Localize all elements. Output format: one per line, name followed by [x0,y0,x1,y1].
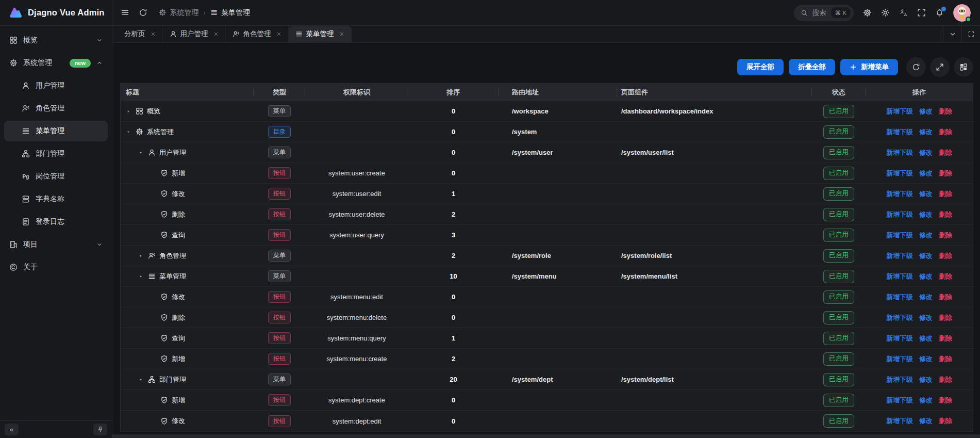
action-edit-link[interactable]: 修改 [919,127,933,137]
sidebar-item-log[interactable]: 登录日志 [4,212,108,232]
tab-analysis[interactable]: 分析页 [118,26,163,42]
action-edit-link[interactable]: 修改 [919,272,933,281]
action-delete-link[interactable]: 删除 [939,127,952,137]
action-delete-link[interactable]: 删除 [939,107,952,116]
action-add-child-link[interactable]: 新增下级 [886,313,913,322]
sidebar-pin-button[interactable] [93,424,107,435]
action-add-child-link[interactable]: 新增下级 [886,189,913,199]
action-add-child-link[interactable]: 新增下级 [886,107,913,116]
table-row: 新增按钮system:dept:create0已启用新增下级修改删除 [121,390,973,411]
action-edit-link[interactable]: 修改 [919,210,933,219]
action-add-child-link[interactable]: 新增下级 [886,251,913,261]
table-columns-button[interactable] [954,57,973,77]
action-edit-link[interactable]: 修改 [919,107,933,116]
action-delete-link[interactable]: 删除 [939,231,952,240]
action-edit-link[interactable]: 修改 [919,293,933,302]
action-add-child-link[interactable]: 新增下级 [886,354,913,364]
content-maximize-button[interactable] [961,26,980,42]
action-delete-link[interactable]: 删除 [939,396,952,405]
table-refresh-button[interactable] [906,57,926,77]
action-edit-link[interactable]: 修改 [919,251,933,261]
tab-close-icon[interactable] [213,31,219,37]
sidebar-item-role[interactable]: 角色管理 [4,98,108,119]
action-add-child-link[interactable]: 新增下级 [886,375,913,384]
expand-all-button[interactable]: 展开全部 [737,59,784,75]
action-add-child-link[interactable]: 新增下级 [886,169,913,178]
sidebar-item-user[interactable]: 用户管理 [4,75,108,96]
tab-close-icon[interactable] [276,31,281,37]
tab-user[interactable]: 用户管理 [163,26,226,42]
action-delete-link[interactable]: 删除 [939,334,952,343]
sidebar-collapse-button[interactable]: « [5,424,19,435]
collapse-row-icon[interactable] [137,150,144,155]
action-edit-link[interactable]: 修改 [919,231,933,240]
action-add-child-link[interactable]: 新增下级 [886,127,913,137]
action-delete-link[interactable]: 删除 [939,416,952,426]
sidebar-item-dept[interactable]: 部门管理 [4,143,108,164]
action-add-child-link[interactable]: 新增下级 [886,416,913,426]
collapse-row-icon[interactable] [137,377,144,382]
action-delete-link[interactable]: 删除 [939,148,952,157]
sidebar-item-system[interactable]: 系统管理new [4,53,108,73]
sidebar-item-about[interactable]: 关于 [4,257,108,278]
sidebar-item-post[interactable]: Pg岗位管理 [4,166,108,187]
sidebar-item-menu[interactable]: 菜单管理 [4,121,108,141]
sidebar-toggle-icon[interactable] [121,8,129,17]
status-badge: 已启用 [823,125,854,139]
action-edit-link[interactable]: 修改 [919,396,933,405]
action-edit-link[interactable]: 修改 [919,354,933,364]
tab-role[interactable]: 角色管理 [226,26,289,42]
collapse-all-button[interactable]: 折叠全部 [789,59,835,75]
sidebar-item-project[interactable]: 项目 [4,234,108,255]
language-icon[interactable]: 文A [899,8,908,17]
tab-close-icon[interactable] [339,31,344,37]
tab-menu[interactable]: 菜单管理 [289,26,352,42]
avatar[interactable] [953,4,971,22]
action-add-child-link[interactable]: 新增下级 [886,148,913,157]
breadcrumb-item[interactable]: 系统管理 [159,8,199,18]
chevron-down-icon[interactable] [96,37,103,43]
action-add-child-link[interactable]: 新增下级 [886,334,913,343]
theme-toggle-icon[interactable] [881,8,890,17]
action-delete-link[interactable]: 删除 [939,189,952,199]
action-add-child-link[interactable]: 新增下级 [886,396,913,405]
chevron-up-icon[interactable] [96,60,103,66]
search-input[interactable]: 搜索 ⌘ K [794,5,854,21]
settings-gear-icon[interactable] [863,8,872,17]
collapse-row-icon[interactable] [137,274,144,279]
action-delete-link[interactable]: 删除 [939,169,952,178]
tabs-dropdown-button[interactable] [943,26,961,42]
action-delete-link[interactable]: 删除 [939,375,952,384]
action-edit-link[interactable]: 修改 [919,416,933,426]
action-delete-link[interactable]: 删除 [939,251,952,261]
collapse-row-icon[interactable] [125,129,132,135]
table-fullscreen-button[interactable] [930,57,950,77]
action-delete-link[interactable]: 删除 [939,272,952,281]
page-refresh-icon[interactable] [139,8,147,17]
add-menu-button[interactable]: 新增菜单 [840,59,898,75]
expand-row-icon[interactable] [137,253,144,258]
chevron-down-icon[interactable] [96,241,103,248]
action-edit-link[interactable]: 修改 [919,148,933,157]
action-add-child-link[interactable]: 新增下级 [886,210,913,219]
action-delete-link[interactable]: 删除 [939,313,952,322]
breadcrumb-item[interactable]: 菜单管理 [210,8,251,18]
fullscreen-icon[interactable] [917,8,926,17]
action-add-child-link[interactable]: 新增下级 [886,231,913,240]
action-edit-link[interactable]: 修改 [919,189,933,199]
action-add-child-link[interactable]: 新增下级 [886,293,913,302]
action-delete-link[interactable]: 删除 [939,210,952,219]
action-edit-link[interactable]: 修改 [919,334,933,343]
action-edit-link[interactable]: 修改 [919,375,933,384]
sidebar-item-overview[interactable]: 概览 [4,30,108,51]
action-edit-link[interactable]: 修改 [919,313,933,322]
tab-close-icon[interactable] [151,31,156,37]
horizontal-scrollbar[interactable] [112,434,980,438]
action-delete-link[interactable]: 删除 [939,293,952,302]
notifications-bell-icon[interactable] [935,8,944,17]
action-edit-link[interactable]: 修改 [919,169,933,178]
action-delete-link[interactable]: 删除 [939,354,952,364]
expand-row-icon[interactable] [125,109,132,114]
sidebar-item-dict[interactable]: 字典名称 [4,189,108,209]
action-add-child-link[interactable]: 新增下级 [886,272,913,281]
